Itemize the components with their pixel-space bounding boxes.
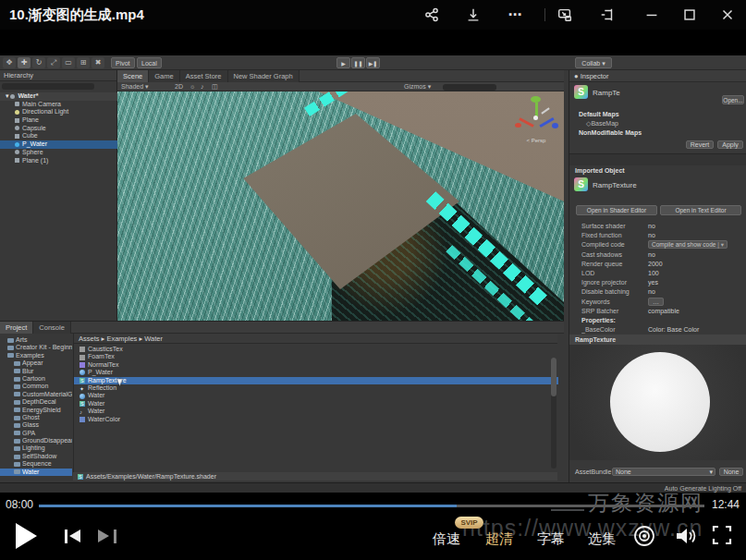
scene-viewport[interactable]: < Persp	[117, 91, 564, 321]
hierarchy-item[interactable]: Capsule	[0, 125, 117, 133]
preview-header[interactable]: RampTexture	[569, 335, 746, 345]
episodes-button[interactable]: 选集	[588, 530, 616, 548]
assetbundle-dropdown[interactable]: None▾	[612, 468, 715, 476]
next-button[interactable]	[96, 530, 116, 544]
mini-window-icon[interactable]	[555, 6, 575, 24]
file-item[interactable]: Reflection	[74, 384, 558, 392]
video-area[interactable]: ✥ ✛ ↻ ⤢ ▭ ⊞ ✖ Pivot Local ▶ ❚❚ ▶❚ Collab…	[0, 55, 746, 493]
maximize-icon[interactable]	[679, 6, 700, 24]
bottom-tab[interactable]: Console	[33, 322, 71, 334]
folder-item[interactable]: SelfShadow	[0, 453, 72, 460]
revert-button[interactable]: Revert	[686, 140, 714, 149]
hierarchy-item[interactable]: Main Camera	[0, 101, 117, 109]
base-map-row[interactable]: ◇BaseMap	[586, 120, 618, 128]
apply-button[interactable]: Apply	[717, 140, 743, 149]
hierarchy-search-input[interactable]	[2, 83, 94, 90]
scene-search-input[interactable]	[443, 84, 496, 91]
hierarchy-item[interactable]: Cube	[0, 132, 117, 140]
collab-button[interactable]: Collab ▾	[575, 57, 612, 68]
view-tab[interactable]: New Shader Graph	[228, 70, 300, 82]
hand-tool-icon[interactable]: ✥	[3, 57, 16, 68]
unity-pause-button[interactable]: ❚❚	[351, 57, 365, 68]
record-icon[interactable]	[632, 524, 656, 552]
share-icon[interactable]	[422, 6, 442, 24]
open-shader-editor-button[interactable]: Open in Shader Editor	[576, 205, 657, 215]
file-item[interactable]: P_Water	[74, 369, 558, 376]
folder-item[interactable]: Appear	[0, 359, 72, 367]
progress-bar[interactable]	[39, 505, 704, 507]
file-item[interactable]: Water	[74, 408, 558, 415]
audio-toggle-icon[interactable]: ♪	[201, 83, 204, 90]
quality-button[interactable]: 超清	[485, 530, 513, 548]
folder-item[interactable]: EnergyShield	[0, 407, 72, 414]
view-tab[interactable]: Scene	[117, 70, 149, 82]
2d-toggle[interactable]: 2D	[175, 83, 183, 90]
unity-step-button[interactable]: ▶❚	[366, 57, 380, 68]
folder-item[interactable]: GPA	[0, 430, 72, 437]
hierarchy-tab[interactable]: Hierarchy	[0, 70, 116, 81]
orientation-gizmo[interactable]: < Persp	[510, 93, 562, 147]
open-text-editor-button[interactable]: Open in Text Editor	[660, 205, 741, 215]
view-tab[interactable]: Game	[149, 70, 179, 82]
folder-item[interactable]: GroundDisappear	[0, 437, 72, 444]
file-item[interactable]: NormalTex	[74, 361, 558, 369]
rect-tool-icon[interactable]: ▭	[62, 57, 75, 68]
subtitle-button[interactable]: 字幕	[537, 530, 565, 548]
local-button[interactable]: Local	[137, 57, 162, 68]
file-item[interactable]: WaterColor	[74, 416, 558, 423]
gizmos-dropdown[interactable]: Gizmos ▾	[404, 83, 431, 91]
variant-dropdown[interactable]: None	[719, 468, 743, 476]
pivot-button[interactable]: Pivot	[111, 57, 135, 68]
move-tool-icon[interactable]: ✛	[18, 57, 31, 68]
custom-tool-icon[interactable]: ✖	[92, 57, 104, 68]
folder-item[interactable]: Creator Kit - Beginner	[0, 344, 72, 351]
scene-root-row[interactable]: ▾ Water*	[0, 92, 117, 101]
folder-item[interactable]: Glass	[0, 421, 72, 429]
play-button[interactable]	[16, 523, 37, 549]
breadcrumb[interactable]: Assets ▸ Examples ▸ Water	[74, 334, 557, 344]
fullscreen-icon[interactable]	[711, 524, 733, 550]
file-item[interactable]: CausticsTex	[74, 346, 558, 353]
effects-toggle-icon[interactable]: ◫	[212, 83, 218, 91]
lighting-toggle-icon[interactable]: ☼	[190, 83, 195, 90]
file-item[interactable]: RampTexture	[74, 377, 558, 384]
bottom-tab[interactable]: Project	[0, 322, 33, 334]
folder-item[interactable]: Lighting	[0, 444, 72, 452]
view-tab[interactable]: Asset Store	[180, 70, 228, 82]
folder-item[interactable]: DepthDecal	[0, 398, 72, 406]
hierarchy-item[interactable]: Plane (1)	[0, 157, 117, 165]
folder-item[interactable]: Ghost	[0, 414, 72, 421]
previous-button[interactable]	[65, 530, 85, 544]
folder-item[interactable]: Examples	[0, 352, 72, 359]
close-icon[interactable]	[717, 6, 738, 24]
inspector-tab[interactable]: ● Inspector	[569, 70, 746, 82]
folder-item[interactable]: CustomMaterialGU	[0, 391, 72, 398]
file-item[interactable]: Water	[74, 400, 558, 408]
folder-item[interactable]: Sequence	[0, 460, 72, 468]
transform-tool-icon[interactable]: ⊞	[77, 57, 90, 68]
file-item[interactable]: Water	[74, 392, 558, 399]
minimize-icon[interactable]	[642, 6, 662, 24]
folder-item[interactable]: Cartoon	[0, 375, 72, 383]
hierarchy-item[interactable]: Directional Light	[0, 108, 117, 116]
folder-item[interactable]: Water	[0, 469, 72, 476]
folder-item[interactable]: Common	[0, 383, 72, 390]
hierarchy-item[interactable]: P_Water	[0, 140, 117, 149]
project-scrollbar-thumb[interactable]	[551, 358, 556, 396]
folder-item[interactable]: Arts	[0, 336, 72, 344]
perspective-label[interactable]: < Persp	[510, 138, 562, 143]
hierarchy-item[interactable]: Plane	[0, 116, 117, 125]
scale-tool-icon[interactable]: ⤢	[47, 57, 60, 68]
download-icon[interactable]	[463, 6, 483, 24]
open-button[interactable]: Open...	[722, 95, 744, 104]
rotate-tool-icon[interactable]: ↻	[32, 57, 45, 68]
dock-side-icon[interactable]	[597, 6, 618, 24]
volume-icon[interactable]	[672, 524, 698, 552]
speed-button[interactable]: 倍速	[433, 530, 460, 548]
shading-dropdown[interactable]: Shaded ▾	[121, 83, 149, 91]
file-item[interactable]: FoamTex	[74, 353, 558, 360]
more-icon[interactable]: ⋯	[505, 6, 525, 24]
hierarchy-item[interactable]: Sphere	[0, 149, 117, 157]
unity-play-button[interactable]: ▶	[336, 57, 350, 68]
folder-item[interactable]: Blur	[0, 368, 72, 375]
